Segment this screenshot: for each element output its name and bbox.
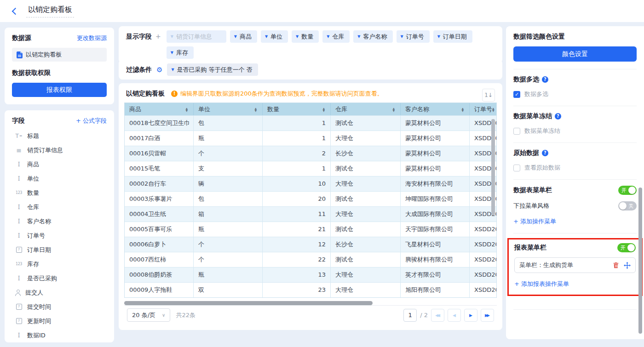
field-item[interactable]: 商品 [12,157,107,171]
field-item-label: 数量 [27,189,39,197]
back-icon[interactable] [12,7,19,15]
chevron-down-icon: ▼ [401,34,403,39]
trash-icon[interactable] [613,262,619,268]
field-item-label: 客户名称 [27,217,51,226]
add-display-field-button[interactable]: + [155,30,161,59]
last-page-button[interactable]: ▶▶ [481,309,494,322]
report-permission-button[interactable]: 报表权限 [12,83,107,97]
field-chip[interactable]: ▼ 商品 [230,30,257,43]
field-chip[interactable]: ▼ 单位 [261,30,288,43]
cell-product: 00004卫生纸 [125,207,194,222]
checkbox-unchecked-icon[interactable] [513,165,520,171]
gear-icon[interactable]: ⚙ [156,66,162,74]
panel-scrollbar[interactable] [638,188,642,334]
table-menu-toggle-on[interactable]: 开 [618,186,637,195]
field-chip[interactable]: ▼ 销货订单信息 [167,30,226,43]
field-item[interactable]: 是否已采购 [12,271,107,285]
sort-arrows-icon[interactable]: ▲▼ [254,107,257,112]
warning-icon: ! [171,91,178,97]
raw-data-checkbox-row[interactable]: 查看原始数据 [513,164,637,172]
cell-order-no: XSDD20 [470,222,496,237]
cell-unit: 瓶 [194,222,263,237]
field-item[interactable]: 数据ID [12,328,107,342]
chevron-down-icon: ▼ [171,51,173,55]
field-chip[interactable]: ▼ 订单号 [397,30,430,43]
cell-product: 00016贝雷帽 [125,146,194,161]
field-item[interactable]: 库存 [12,257,107,271]
cell-product: 00006白萝卜 [125,237,194,252]
fields-heading: 字段 [12,117,25,125]
table-body: 00018七度空间卫生巾 包 1 测试仓 蒙莫材料公司 XSDD20 00017… [125,115,496,297]
field-item[interactable]: 单位 [12,171,107,186]
move-icon[interactable] [624,262,631,269]
cell-customer: 蒙莫材料公司 [401,116,470,131]
sort-arrows-icon[interactable]: ▲▼ [322,107,325,112]
table-horizontal-scrollbar[interactable] [124,301,373,305]
field-chip-label: 订单日期 [443,33,467,41]
menu-freeze-checkbox-row[interactable]: 数据菜单冻结 [513,127,637,135]
cell-warehouse: 测试仓 [331,192,401,206]
report-menu-toggle-on[interactable]: 开 [617,243,636,252]
text-icon [15,233,23,239]
sort-arrows-icon[interactable]: ▲▼ [185,107,188,112]
change-datasource-link[interactable]: 更改数据源 [77,34,107,42]
page-number-input[interactable]: 1 [403,309,417,322]
sort-arrows-icon[interactable]: ▲▼ [392,107,395,112]
filter-condition-chip[interactable]: ▼ 是否已采购 等于任意一个 否 [167,63,258,76]
sort-arrows-icon[interactable]: ▲▼ [461,107,464,112]
next-page-button[interactable]: ▶ [464,309,477,322]
page-size-select[interactable]: 20 条/页 ∨ [127,308,170,322]
field-item[interactable]: 标题 [12,129,107,143]
table-title: 以销定购看板 [126,90,165,98]
report-menu-item[interactable]: 菜单栏：生成购货单 [514,257,636,273]
help-icon[interactable]: ? [542,150,548,156]
add-action-menu-link[interactable]: + 添加操作菜单 [513,217,556,226]
field-item[interactable]: 订单号 [12,228,107,243]
cell-warehouse: 大理仓 [331,176,401,191]
field-item-label: 提交时间 [27,303,51,311]
prev-page-button[interactable]: ◀ [448,309,461,322]
column-header[interactable]: 仓库 ▲▼ [331,103,401,115]
sort-icon[interactable]: 1↓ [482,89,495,102]
column-header[interactable]: 单位 ▲▼ [194,103,263,115]
field-item[interactable]: 更新时间 [12,314,107,328]
column-header[interactable]: 商品 ▲▼ [125,103,194,115]
table-vertical-scrollbar[interactable] [491,119,495,216]
help-icon[interactable]: ? [542,76,548,83]
field-chip-label: 客户名称 [363,33,387,41]
field-chip[interactable]: ▼ 仓库 [322,30,350,43]
checkbox-unchecked-icon[interactable] [513,128,520,135]
first-page-button[interactable]: ◀◀ [431,309,444,322]
field-chip[interactable]: ▼ 客户名称 [353,30,392,43]
cell-quantity: 23 [263,283,331,297]
column-header[interactable]: 数量 ▲▼ [263,103,331,115]
field-item-label: 商品 [27,160,39,169]
field-item[interactable]: 提交人 [12,285,107,300]
field-item[interactable]: 仓库 [12,200,107,214]
cell-product: 00005百事可乐 [125,222,194,237]
add-formula-field-link[interactable]: + 公式字段 [76,117,107,125]
filter-card: 过滤条件 ⚙ ▼ 是否已采购 等于任意一个 否 [119,60,502,80]
multi-select-checkbox-row[interactable]: ✓ 数据多选 [513,90,637,98]
sort-arrows-icon[interactable]: ▲▼ [492,107,494,112]
column-header[interactable]: 订单号 ▲▼ [470,103,496,115]
cell-quantity: 1 [263,161,331,176]
field-item[interactable]: 客户名称 [12,214,107,228]
color-settings-heading: 数据筛选颜色设置 [513,33,637,41]
field-item-label: 订单日期 [27,246,51,254]
field-item[interactable]: 销货订单信息 [12,143,107,157]
checkbox-checked-icon[interactable]: ✓ [513,91,520,98]
dropdown-style-toggle-off[interactable]: 关 [618,201,637,210]
help-icon[interactable]: ? [555,113,561,119]
column-header-label: 商品 [129,103,141,115]
column-header[interactable]: 客户名称 ▲▼ [401,103,470,115]
field-item[interactable]: 数量 [12,186,107,200]
color-settings-button[interactable]: 颜色设置 [513,46,637,62]
datasource-item[interactable]: 以销定购看板 [12,48,107,62]
field-chip[interactable]: ▼ 库存 [167,46,194,59]
field-item[interactable]: 订单日期 [12,243,107,257]
field-chip[interactable]: ▼ 订单日期 [433,30,472,43]
field-chip[interactable]: ▼ 数量 [292,30,319,43]
field-item[interactable]: 提交时间 [12,300,107,314]
add-report-action-menu-link[interactable]: + 添加报表操作菜单 [514,280,569,288]
